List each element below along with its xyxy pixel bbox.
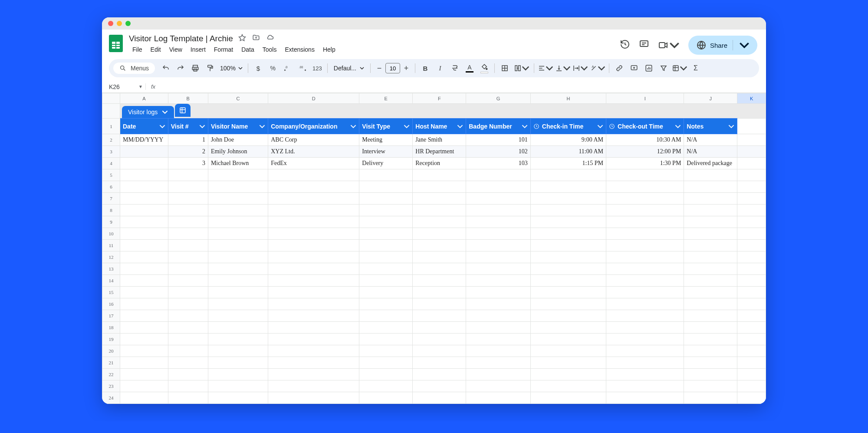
font-family-dropdown[interactable]: Defaul...	[331, 65, 367, 72]
row-header[interactable]: 12	[102, 251, 120, 263]
empty-cell[interactable]	[413, 251, 466, 263]
empty-cell[interactable]	[208, 357, 268, 369]
cell-company[interactable]: FedEx	[268, 158, 359, 169]
empty-cell[interactable]	[268, 240, 359, 251]
menu-file[interactable]: File	[129, 44, 146, 55]
empty-cell[interactable]	[466, 287, 531, 298]
text-color-button[interactable]: A	[463, 62, 476, 75]
empty-cell[interactable]	[268, 369, 359, 380]
table-header-visit_type[interactable]: Visit Type	[359, 119, 413, 134]
empty-cell[interactable]	[530, 357, 606, 369]
empty-cell[interactable]	[413, 287, 466, 298]
empty-cell[interactable]	[168, 228, 208, 240]
table-header-host[interactable]: Host Name	[413, 119, 466, 134]
window-close-button[interactable]	[108, 21, 113, 26]
column-header-C[interactable]: C	[208, 93, 268, 104]
empty-cell[interactable]	[359, 181, 413, 193]
row-header[interactable]: 23	[102, 380, 120, 392]
formula-bar[interactable]: fx	[145, 83, 155, 90]
empty-cell[interactable]	[268, 181, 359, 193]
row-header[interactable]: 3	[102, 146, 120, 158]
empty-cell[interactable]	[359, 392, 413, 404]
document-title[interactable]: Visitor Log Template | Archie	[129, 34, 233, 43]
empty-cell[interactable]	[413, 322, 466, 334]
empty-cell[interactable]	[268, 310, 359, 322]
cell-visitor[interactable]: Emily Johnson	[208, 146, 268, 158]
empty-cell[interactable]	[208, 251, 268, 263]
empty-cell[interactable]	[120, 263, 168, 275]
row-header[interactable]: 9	[102, 216, 120, 228]
menus-search-button[interactable]: Menus	[113, 63, 155, 74]
empty-cell[interactable]	[684, 228, 737, 240]
empty-cell[interactable]	[208, 369, 268, 380]
strikethrough-button[interactable]	[448, 62, 461, 75]
empty-cell[interactable]	[413, 169, 466, 181]
empty-cell[interactable]	[208, 334, 268, 345]
empty-cell[interactable]	[466, 193, 531, 205]
row-header[interactable]: 6	[102, 181, 120, 193]
column-header-D[interactable]: D	[268, 93, 359, 104]
borders-button[interactable]	[498, 62, 511, 75]
empty-cell[interactable]	[268, 216, 359, 228]
row-header[interactable]: 20	[102, 345, 120, 357]
empty-cell[interactable]	[737, 216, 766, 228]
empty-cell[interactable]	[120, 240, 168, 251]
functions-button[interactable]: Σ	[689, 62, 702, 75]
empty-cell[interactable]	[684, 334, 737, 345]
empty-cell[interactable]	[606, 216, 684, 228]
empty-cell[interactable]	[168, 181, 208, 193]
empty-cell[interactable]	[413, 193, 466, 205]
menu-help[interactable]: Help	[319, 44, 339, 55]
empty-cell[interactable]	[120, 251, 168, 263]
empty-cell[interactable]	[168, 369, 208, 380]
share-button[interactable]: Share	[688, 36, 757, 55]
empty-cell[interactable]	[466, 392, 531, 404]
empty-cell[interactable]	[530, 345, 606, 357]
empty-cell[interactable]	[413, 310, 466, 322]
cell-notes[interactable]: Delivered package	[684, 158, 737, 169]
cell-visit_type[interactable]: Interview	[359, 146, 413, 158]
empty-cell[interactable]	[168, 251, 208, 263]
empty-cell[interactable]	[268, 251, 359, 263]
empty-cell[interactable]	[208, 345, 268, 357]
empty-cell[interactable]	[684, 357, 737, 369]
empty-cell[interactable]	[168, 392, 208, 404]
window-zoom-button[interactable]	[125, 21, 131, 26]
empty-cell[interactable]	[684, 392, 737, 404]
column-header-K[interactable]: K	[737, 93, 766, 104]
cell-visit_no[interactable]: 2	[168, 146, 208, 158]
table-header-visit_no[interactable]: Visit #	[168, 119, 208, 134]
table-header-badge[interactable]: Badge Number	[466, 119, 531, 134]
cell-checkout[interactable]: 1:30 PM	[606, 158, 684, 169]
empty-cell[interactable]	[606, 334, 684, 345]
empty-cell[interactable]	[466, 334, 531, 345]
empty-cell[interactable]	[530, 240, 606, 251]
row-header[interactable]: 24	[102, 392, 120, 404]
table-header-checkout[interactable]: Check-out Time	[606, 119, 684, 134]
empty-cell[interactable]	[413, 240, 466, 251]
empty-cell[interactable]	[737, 310, 766, 322]
menu-insert[interactable]: Insert	[187, 44, 209, 55]
empty-cell[interactable]	[208, 263, 268, 275]
percent-button[interactable]: %	[266, 62, 279, 75]
empty-cell[interactable]	[413, 205, 466, 216]
empty-cell[interactable]	[684, 251, 737, 263]
menu-edit[interactable]: Edit	[147, 44, 164, 55]
empty-cell[interactable]	[684, 181, 737, 193]
empty-cell[interactable]	[168, 169, 208, 181]
empty-cell[interactable]	[530, 334, 606, 345]
empty-cell[interactable]	[684, 169, 737, 181]
decrease-decimal-button[interactable]: .0	[281, 62, 294, 75]
move-folder-icon[interactable]	[252, 34, 260, 43]
empty-cell[interactable]	[413, 216, 466, 228]
empty-cell[interactable]	[737, 369, 766, 380]
empty-cell[interactable]	[684, 193, 737, 205]
row-header[interactable]: 4	[102, 158, 120, 169]
font-size-decrease[interactable]: −	[374, 64, 385, 73]
empty-cell[interactable]	[530, 181, 606, 193]
empty-cell[interactable]	[737, 275, 766, 287]
empty-cell[interactable]	[268, 345, 359, 357]
spreadsheet-grid[interactable]: ABCDEFGHIJK Visitor logs1DateVisit #Visi…	[102, 93, 766, 404]
empty-cell[interactable]	[466, 181, 531, 193]
cell-date[interactable]	[120, 146, 168, 158]
